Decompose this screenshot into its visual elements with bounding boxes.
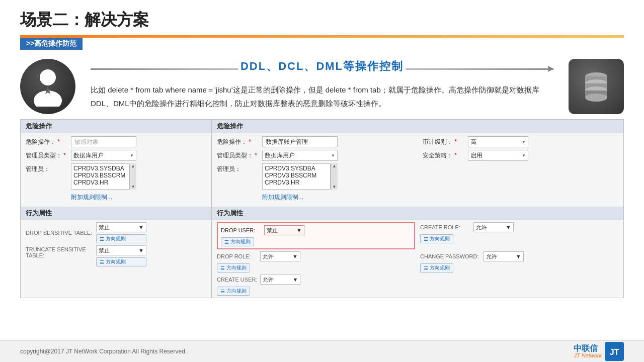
arrow-line-right [406, 68, 553, 70]
ddl-title: DDL、DCL、DML等操作控制 [240, 59, 404, 74]
section-label: >>高危操作防范 [20, 38, 83, 50]
left-mgr-type-select[interactable]: 数据库用户 ▼ [71, 150, 136, 161]
left-behavior-row-0: DROP SENSITIVE TABLE: 禁止 ▼ ☰ 方向规则 [26, 222, 206, 243]
chevron-down-icon: ▼ [292, 253, 298, 259]
right-behavior-item-create-role: CREATE ROLE: 允许 ▼ ☰ 方向规则 [420, 222, 618, 249]
right-behavior-item-drop-role: DROP ROLE: 允许 ▼ ☰ 方向规则 [217, 251, 415, 273]
list-item: CPRDV3.HR [73, 179, 127, 186]
right-create-role-label: CREATE ROLE: [420, 224, 470, 230]
right-form-left-col: 危险操作： * 数据库账户管理 管理员类型： * [217, 136, 413, 204]
scroll-up-icon[interactable]: ▲ [131, 164, 135, 168]
chevron-down-icon: ▼ [293, 277, 298, 283]
chevron-down-icon: ▼ [522, 140, 526, 144]
left-policy-badge-0[interactable]: ☰ 方向规则 [96, 234, 146, 243]
right-drop-user-select[interactable]: 禁止 ▼ [264, 225, 304, 235]
right-change-pw-badge[interactable]: ☰ 方向规则 [420, 263, 453, 273]
logo-cn-text: 中联信 JT Network [574, 344, 602, 358]
left-behavior-label-1: TRUNCATE SENSITIVETABLE: [26, 245, 96, 258]
right-change-pw-label: CHANGE PASSWORD: [420, 253, 480, 259]
right-create-role-select[interactable]: 允许 ▼ [473, 222, 514, 232]
left-hazard-op-input[interactable]: 敏感对象 [71, 136, 136, 147]
right-security-label: 安全策略： * [423, 151, 468, 160]
right-behavior-item-change-pw: CHANGE PASSWORD: 允许 ▼ ☰ 方向规则 [420, 251, 618, 273]
chevron-down-icon: ▼ [331, 153, 335, 158]
right-create-role-badge[interactable]: ☰ 方向规则 [420, 234, 453, 243]
right-drop-user-label: DROP USER: [221, 227, 261, 233]
right-create-user-label: CREATE USER: [217, 277, 257, 283]
right-audit-select[interactable]: 高 ▼ [468, 136, 528, 147]
chevron-down-icon: ▼ [516, 253, 521, 259]
right-create-user-badge[interactable]: ☰ 方向规则 [217, 287, 250, 296]
left-mgr-row: 管理员： CPRDV3.SYSDBA CPRDV3.BSSCRM CPRDV3.… [26, 163, 206, 190]
left-behavior-select-1[interactable]: 禁止 ▼ [96, 245, 146, 255]
right-drop-role-select[interactable]: 允许 ▼ [260, 251, 300, 261]
left-link-row: 附加规则限制... [26, 192, 206, 202]
right-hazard-op-label: 危险操作： * [217, 138, 262, 146]
scroll-up-icon[interactable]: ▲ [333, 164, 337, 168]
right-drop-user-badge[interactable]: ☰ 方向规则 [221, 237, 254, 246]
right-mgr-listbox[interactable]: CPRDV3.SYSDBA CPRDV3.BSSCRM CPRDV3.HR [262, 163, 331, 190]
list-item: CPRDV3.SYSDBA [73, 165, 127, 172]
right-change-pw-select[interactable]: 允许 ▼ [484, 251, 524, 261]
footer-copyright: copyright@2017 JT NetWork Corporation Al… [20, 348, 187, 355]
left-policy-badge-1[interactable]: ☰ 方向规则 [96, 257, 146, 266]
right-behavior-title: 行为属性 [212, 207, 623, 220]
right-mgr-type-select[interactable]: 数据库用户 ▼ [262, 150, 338, 161]
svg-text:JT: JT [610, 348, 619, 356]
main-panel: 危险操作 危险操作： * 敏感对象 管理员类型： * [20, 119, 624, 298]
left-behavior-label-0: DROP SENSITIVE TABLE: [26, 230, 96, 236]
left-mgr-scrollbar[interactable]: ▲ ▼ [129, 163, 136, 190]
right-security-row: 安全策略： * 启用 ▼ [423, 150, 618, 161]
right-behavior-item-drop-user: DROP USER: 禁止 ▼ ☰ 方向规则 [217, 222, 415, 249]
left-mgr-type-label: 管理员类型： * [26, 151, 71, 160]
right-hazard-op-input[interactable]: 数据库账户管理 [262, 136, 338, 147]
right-behavior-drop-role-row: DROP ROLE: 允许 ▼ [217, 251, 415, 261]
left-behavior-row-1: TRUNCATE SENSITIVETABLE: 禁止 ▼ ☰ 方向规则 [26, 245, 206, 266]
left-mgr-type-row: 管理员类型： * 数据库用户 ▼ [26, 150, 206, 161]
left-panel-title: 危险操作 [21, 120, 211, 133]
right-audit-label: 审计级别： * [423, 138, 468, 146]
right-create-user-select[interactable]: 允许 ▼ [260, 275, 300, 285]
right-form-area: 危险操作： * 数据库账户管理 管理员类型： * [212, 133, 623, 207]
description-text: 比如 delete * from tab where name＝'jishu'这… [91, 83, 553, 110]
left-mgr-listbox-container: CPRDV3.SYSDBA CPRDV3.BSSCRM CPRDV3.HR ▲ … [71, 163, 136, 190]
svg-point-0 [40, 69, 56, 85]
avatar [20, 59, 75, 114]
left-behavior-control-0: 禁止 ▼ ☰ 方向规则 [96, 222, 146, 243]
logo-en: JT Network [574, 352, 602, 358]
left-form-area: 危险操作： * 敏感对象 管理员类型： * 数据库用户 ▼ [21, 133, 211, 207]
right-drop-role-badge[interactable]: ☰ 方向规则 [217, 263, 250, 273]
right-behavior-change-pw-row: CHANGE PASSWORD: 允许 ▼ [420, 251, 618, 261]
right-mgr-label: 管理员： [217, 163, 262, 173]
chevron-down-icon: ▼ [138, 247, 144, 253]
right-mgr-scrollbar[interactable]: ▲ ▼ [331, 163, 338, 190]
left-behavior-title: 行为属性 [21, 207, 211, 220]
right-audit-row: 审计级别： * 高 ▼ [423, 136, 618, 147]
right-add-rule-link[interactable]: 附加规则限制... [262, 193, 303, 202]
left-behavior-select-0[interactable]: 禁止 ▼ [96, 222, 146, 232]
page-container: 场景二：解决方案 >>高危操作防范 DDL、DCL、DML等操作控制 [0, 0, 644, 362]
right-drop-role-label: DROP ROLE: [217, 253, 257, 259]
left-add-rule-link[interactable]: 附加规则限制... [71, 193, 112, 202]
left-mgr-label: 管理员： [26, 163, 71, 173]
right-form-top: 危险操作： * 数据库账户管理 管理员类型： * [217, 136, 618, 204]
db-icon [569, 59, 624, 114]
right-panel-title: 危险操作 [212, 120, 623, 133]
right-security-select[interactable]: 启用 ▼ [468, 150, 528, 161]
scroll-down-icon[interactable]: ▼ [131, 185, 135, 189]
right-hazard-op-row: 危险操作： * 数据库账户管理 [217, 136, 413, 147]
page-title: 场景二：解决方案 [0, 0, 644, 35]
scroll-down-icon[interactable]: ▼ [333, 185, 337, 189]
svg-point-1 [34, 90, 62, 107]
svg-point-9 [585, 94, 607, 102]
list-item: CPRDV3.BSSCRM [73, 172, 127, 179]
chevron-down-icon: ▼ [130, 153, 134, 158]
left-mgr-listbox[interactable]: CPRDV3.SYSDBA CPRDV3.BSSCRM CPRDV3.HR [71, 163, 129, 190]
logo-cn: 中联信 [574, 344, 602, 352]
right-behavior-create-user-row: CREATE USER: 允许 ▼ [217, 275, 415, 285]
left-hazard-op-row: 危险操作： * 敏感对象 [26, 136, 206, 147]
right-behavior-item-create-user: CREATE USER: 允许 ▼ ☰ 方向规则 [217, 275, 415, 296]
panel-left: 危险操作 危险操作： * 敏感对象 管理员类型： * [21, 120, 212, 298]
right-mgr-listbox-container: CPRDV3.SYSDBA CPRDV3.BSSCRM CPRDV3.HR ▲ … [262, 163, 338, 190]
ddl-title-row: DDL、DCL、DML等操作控制 [91, 59, 553, 79]
